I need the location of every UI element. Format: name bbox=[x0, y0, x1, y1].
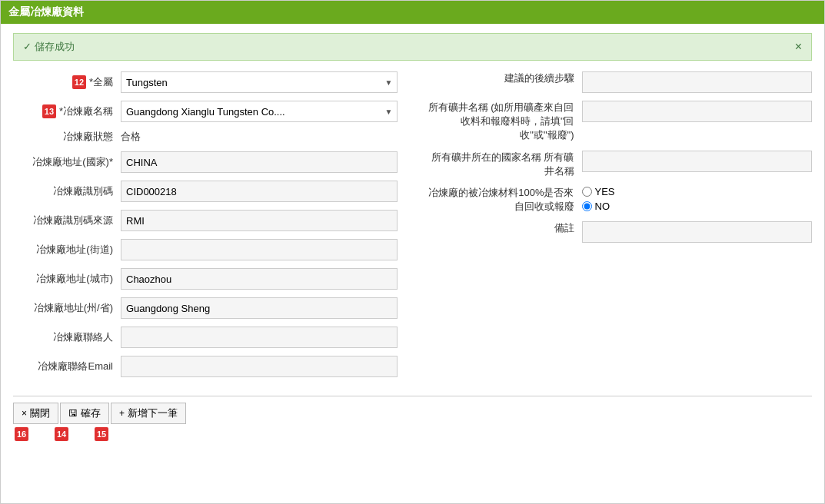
notes-label: 備註 bbox=[428, 221, 582, 235]
email-row: 冶煉廠聯絡Email bbox=[13, 356, 398, 377]
save-button[interactable]: 🖫 確存 bbox=[60, 403, 109, 424]
id-source-input[interactable]: RMI bbox=[121, 210, 398, 231]
country-input[interactable]: CHINA bbox=[121, 151, 398, 173]
form-area: 12 *全屬 Tungsten ▼ 13 *冶煉廠名稱 Guangd bbox=[13, 71, 812, 385]
notes-row: 備註 bbox=[428, 221, 813, 243]
footer-area: × 關閉 🖫 確存 + 新增下一筆 16 14 15 bbox=[13, 396, 812, 459]
city-input[interactable] bbox=[121, 268, 398, 290]
recycled-label: 冶煉廠的被冶煉材料100%是否來自回收或報廢 bbox=[428, 186, 582, 214]
smelter-badge: 13 bbox=[42, 104, 56, 118]
minerals-row: 所有礦井名稱 (如所用礦產來自回收料和報廢料時，請填"回收"或"報廢") bbox=[428, 101, 813, 143]
metal-label: *全屬 bbox=[89, 75, 113, 89]
next-step-input[interactable] bbox=[582, 71, 813, 93]
success-close-button[interactable]: × bbox=[795, 41, 802, 53]
badge-15: 15 bbox=[95, 427, 108, 441]
minerals-label: 所有礦井名稱 (如所用礦產來自回收料和報廢料時，請填"回收"或"報廢") bbox=[428, 101, 582, 143]
city-label: 冶煉廠地址(城市) bbox=[13, 272, 121, 286]
form-left: 12 *全屬 Tungsten ▼ 13 *冶煉廠名稱 Guangd bbox=[13, 71, 398, 385]
state-input[interactable] bbox=[121, 297, 398, 319]
smelter-name-row: 13 *冶煉廠名稱 Guangdong Xianglu Tungsten Co.… bbox=[13, 101, 398, 122]
window-title: 金屬冶煉廠資料 bbox=[1, 1, 824, 24]
contact-input[interactable] bbox=[121, 327, 398, 348]
close-label: 關閉 bbox=[30, 406, 50, 420]
minerals-input[interactable] bbox=[582, 101, 813, 122]
status-row: 冶煉廠狀態 合格 bbox=[13, 130, 398, 144]
id-source-row: 冶煉廠識別碼來源 RMI bbox=[13, 210, 398, 231]
badge-14: 14 bbox=[55, 427, 68, 441]
city-row: 冶煉廠地址(城市) bbox=[13, 268, 398, 290]
main-window: 金屬冶煉廠資料 ✓ 儲存成功 × 12 *全屬 Tungsten ▼ bbox=[0, 0, 825, 504]
email-label: 冶煉廠聯絡Email bbox=[13, 360, 121, 373]
form-right: 建議的後續步驟 所有礦井名稱 (如所用礦產來自回收料和報廢料時，請填"回收"或"… bbox=[413, 71, 813, 385]
close-icon: × bbox=[22, 408, 27, 419]
recycled-yes-label[interactable]: YES bbox=[582, 186, 615, 197]
mine-countries-label: 所有礦井所在的國家名稱 所有礦井名稱 bbox=[428, 151, 582, 178]
success-message: ✓ 儲存成功 bbox=[23, 40, 75, 54]
country-label: 冶煉廠地址(國家)* bbox=[13, 155, 121, 169]
email-input[interactable] bbox=[121, 356, 398, 377]
country-row: 冶煉廠地址(國家)* CHINA bbox=[13, 151, 398, 173]
status-label: 冶煉廠狀態 bbox=[13, 130, 121, 144]
metal-badge: 12 bbox=[72, 75, 86, 89]
smelter-select[interactable]: Guangdong Xianglu Tungsten Co.... bbox=[121, 101, 398, 122]
metal-select[interactable]: Tungsten bbox=[121, 71, 398, 93]
recycled-radio-group: YES NO bbox=[582, 186, 615, 212]
smelter-label: *冶煉廠名稱 bbox=[59, 104, 113, 118]
street-label: 冶煉廠地址(街道) bbox=[13, 243, 121, 257]
id-source-label: 冶煉廠識別碼來源 bbox=[13, 214, 121, 227]
recycled-no-label[interactable]: NO bbox=[582, 201, 615, 212]
recycled-row: 冶煉廠的被冶煉材料100%是否來自回收或報廢 YES NO bbox=[428, 186, 813, 214]
success-banner: ✓ 儲存成功 × bbox=[13, 33, 812, 61]
contact-label: 冶煉廠聯絡人 bbox=[13, 330, 121, 344]
id-label: 冶煉廠識別碼 bbox=[13, 184, 121, 198]
new-button[interactable]: + 新增下一筆 bbox=[111, 403, 186, 424]
metal-row: 12 *全屬 Tungsten ▼ bbox=[13, 71, 398, 93]
contact-row: 冶煉廠聯絡人 bbox=[13, 327, 398, 348]
id-row: 冶煉廠識別碼 CID000218 bbox=[13, 181, 398, 202]
new-icon: + bbox=[119, 408, 125, 419]
status-value: 合格 bbox=[121, 130, 141, 144]
save-label: 確存 bbox=[81, 406, 101, 420]
next-step-row: 建議的後續步驟 bbox=[428, 71, 813, 93]
badge-16: 16 bbox=[15, 427, 28, 441]
smelter-select-wrapper: Guangdong Xianglu Tungsten Co.... ▼ bbox=[121, 101, 398, 122]
new-label: 新增下一筆 bbox=[128, 406, 178, 420]
close-button[interactable]: × 關閉 bbox=[13, 403, 58, 424]
street-row: 冶煉廠地址(街道) bbox=[13, 239, 398, 260]
recycled-yes-radio[interactable] bbox=[582, 187, 592, 197]
state-row: 冶煉廠地址(州/省) bbox=[13, 297, 398, 319]
metal-select-wrapper: Tungsten ▼ bbox=[121, 71, 398, 93]
id-input[interactable]: CID000218 bbox=[121, 181, 398, 202]
notes-input[interactable] bbox=[582, 221, 813, 243]
next-step-label: 建議的後續步驟 bbox=[428, 71, 582, 85]
footer-buttons: × 關閉 🖫 確存 + 新增下一筆 bbox=[13, 396, 812, 424]
state-label: 冶煉廠地址(州/省) bbox=[13, 301, 121, 315]
street-input[interactable] bbox=[121, 239, 398, 260]
recycled-no-radio[interactable] bbox=[582, 201, 592, 211]
save-icon: 🖫 bbox=[68, 408, 78, 419]
mine-countries-input[interactable] bbox=[582, 151, 813, 172]
badge-row: 16 14 15 bbox=[13, 427, 812, 441]
mine-countries-row: 所有礦井所在的國家名稱 所有礦井名稱 bbox=[428, 151, 813, 178]
